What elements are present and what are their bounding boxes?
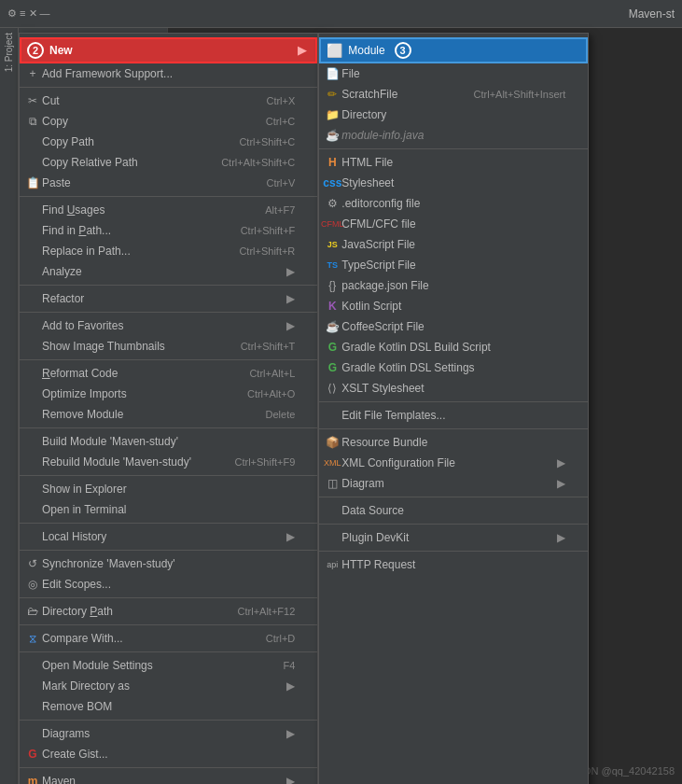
build-module-item[interactable]: Build Module 'Maven-study' (20, 431, 317, 452)
analyze-item[interactable]: Analyze ▶ (20, 261, 317, 282)
main-context-menu: 2 New ▶ + Add Framework Support... ✂ Cut… (19, 33, 318, 784)
edit-templates-label: Edit File Templates... (341, 409, 445, 422)
paste-label: Paste (42, 176, 71, 189)
scratch-file-label: Scratch (341, 88, 380, 101)
gradle-build-item[interactable]: G Gradle Kotlin DSL Build Script (319, 337, 588, 357)
html-icon: H (325, 156, 340, 169)
xslt-item[interactable]: ⟨⟩ XSLT Stylesheet (319, 378, 588, 399)
sep8 (20, 523, 317, 524)
module-info-item[interactable]: ☕ module-info.java (319, 125, 588, 146)
cut-item[interactable]: ✂ Cut Ctrl+X (20, 91, 317, 111)
module-label: Module (348, 44, 384, 57)
copy-path-item[interactable]: Copy Path Ctrl+Shift+C (20, 132, 317, 152)
module-menu-item[interactable]: ⬜ Module 3 (319, 37, 588, 63)
sep1 (20, 87, 317, 88)
nsep3 (319, 428, 588, 429)
sep10 (20, 597, 317, 598)
file-item[interactable]: 📄 File (319, 63, 588, 84)
copy-relative-item[interactable]: Copy Relative Path Ctrl+Alt+Shift+C (20, 152, 317, 173)
synchronize-item[interactable]: ↺ Synchronize 'Maven-study' (20, 553, 317, 574)
directory-path-item[interactable]: 🗁 Directory Path Ctrl+Alt+F12 (20, 601, 317, 622)
replace-path-label: Replace in Path... (42, 245, 131, 258)
remove-module-item[interactable]: Remove Module Delete (20, 404, 317, 425)
cut-icon: ✂ (25, 94, 40, 107)
typescript-label: TypeScript File (341, 259, 415, 272)
stylesheet-item[interactable]: css Stylesheet (319, 173, 588, 193)
http-request-label: HTTP Request (341, 558, 415, 571)
cfml-label: CFML/CFC file (341, 217, 415, 231)
show-thumbnails-shortcut: Ctrl+Shift+T (241, 341, 296, 352)
project-tab-label[interactable]: 1: Project (4, 33, 14, 72)
sep2 (20, 196, 317, 197)
nsep6 (319, 551, 588, 552)
html-file-item[interactable]: H HTML File (319, 152, 588, 173)
edit-scopes-item[interactable]: ◎ Edit Scopes... (20, 574, 317, 595)
typescript-item[interactable]: TS TypeScript File (319, 255, 588, 275)
maven-item[interactable]: m Maven ▶ (20, 771, 317, 784)
package-json-item[interactable]: {} package.json File (319, 275, 588, 296)
left-sidebar-tab[interactable]: 1: Project (0, 28, 19, 784)
reformat-label: Reformat Code (42, 367, 118, 380)
directory-item[interactable]: 📁 Directory (319, 105, 588, 125)
kotlin-script-item[interactable]: K Kotlin Script (319, 296, 588, 316)
java-icon: ☕ (325, 129, 340, 142)
compare-with-item[interactable]: ⧖ Compare With... Ctrl+D (20, 628, 317, 649)
synchronize-label: Synchronize 'Maven-study' (42, 557, 175, 570)
paste-item[interactable]: 📋 Paste Ctrl+V (20, 173, 317, 193)
show-explorer-item[interactable]: Show in Explorer (20, 479, 317, 499)
create-gist-item1[interactable]: G Create Gist... (20, 744, 317, 764)
coffee-item[interactable]: ☕ CoffeeScript File (319, 316, 588, 337)
cut-shortcut: Ctrl+X (266, 95, 295, 106)
rebuild-module-item[interactable]: Rebuild Module 'Maven-study' Ctrl+Shift+… (20, 452, 317, 472)
diagrams-item[interactable]: Diagrams ▶ (20, 723, 317, 744)
diagram-label: Diagram (341, 477, 383, 490)
edit-templates-item[interactable]: Edit File Templates... (319, 405, 588, 426)
javascript-item[interactable]: JS JavaScript File (319, 234, 588, 255)
editorconfig-item[interactable]: ⚙ .editorconfig file (319, 193, 588, 214)
find-path-item[interactable]: Find in Path... Ctrl+Shift+F (20, 220, 317, 241)
replace-path-item[interactable]: Replace in Path... Ctrl+Shift+R (20, 241, 317, 261)
resource-bundle-item[interactable]: 📦 Resource Bundle (319, 432, 588, 453)
paste-icon: 📋 (25, 176, 40, 189)
show-thumbnails-item[interactable]: Show Image Thumbnails Ctrl+Shift+T (20, 336, 317, 357)
optimize-item[interactable]: Optimize Imports Ctrl+Alt+O (20, 384, 317, 404)
topbar-title: Maven-st (629, 7, 675, 21)
reformat-item[interactable]: Reformat Code Ctrl+Alt+L (20, 363, 317, 384)
diagram-item[interactable]: ◫ Diagram ▶ (319, 473, 588, 494)
scratch-shortcut: Ctrl+Alt+Shift+Insert (474, 89, 566, 100)
refactor-item[interactable]: Refactor ▶ (20, 288, 317, 309)
open-module-settings-item[interactable]: Open Module Settings F4 (20, 655, 317, 676)
cfml-item[interactable]: CFML CFML/CFC file (319, 214, 588, 234)
refactor-arrow: ▶ (286, 292, 295, 305)
sep9 (20, 550, 317, 551)
add-framework-item[interactable]: + Add Framework Support... (20, 63, 317, 84)
mark-directory-item[interactable]: Mark Directory as ▶ (20, 676, 317, 696)
file-item-icon: 📄 (325, 67, 340, 80)
diagrams-arrow: ▶ (286, 727, 295, 740)
gradle-settings-item[interactable]: G Gradle Kotlin DSL Settings (319, 357, 588, 378)
remove-bom-item[interactable]: Remove BOM (20, 696, 317, 717)
scratch-file-item[interactable]: ✏ Scratch File Ctrl+Alt+Shift+Insert (319, 84, 588, 105)
remove-bom-label: Remove BOM (42, 700, 112, 713)
show-explorer-label: Show in Explorer (42, 483, 127, 496)
copy-item[interactable]: ⧉ Copy Ctrl+C (20, 111, 317, 132)
mark-directory-arrow: ▶ (286, 679, 295, 693)
new-menu-item[interactable]: 2 New ▶ (20, 37, 317, 63)
local-history-arrow: ▶ (286, 530, 295, 543)
http-request-item[interactable]: api HTTP Request (319, 554, 588, 575)
add-favorites-label: Add to Favorites (42, 319, 123, 332)
add-favorites-item[interactable]: Add to Favorites ▶ (20, 315, 317, 336)
find-usages-item[interactable]: Find Usages Alt+F7 (20, 200, 317, 220)
analyze-label: Analyze (42, 265, 82, 278)
create-gist-label1: Create Gist... (42, 748, 108, 761)
local-history-item[interactable]: Local History ▶ (20, 526, 317, 547)
copy-label: Copy (42, 115, 68, 128)
xml-config-item[interactable]: XML XML Configuration File ▶ (319, 453, 588, 473)
resource-bundle-label: Resource Bundle (341, 436, 427, 449)
plugin-devkit-item[interactable]: Plugin DevKit ▶ (319, 527, 588, 548)
gradle-settings-label: Gradle Kotlin DSL Settings (341, 361, 474, 374)
compare-icon: ⧖ (25, 632, 40, 645)
find-path-shortcut: Ctrl+Shift+F (241, 225, 296, 236)
data-source-item[interactable]: Data Source (319, 500, 588, 521)
open-terminal-item[interactable]: Open in Terminal (20, 499, 317, 520)
